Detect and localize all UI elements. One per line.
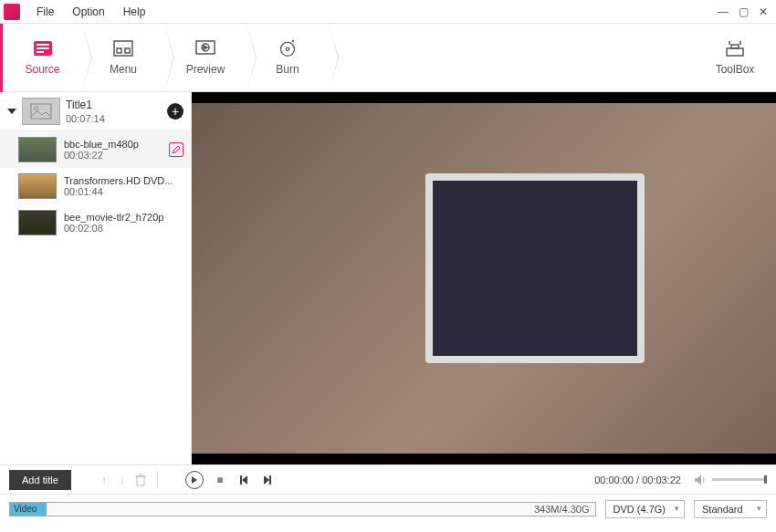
titlebar: File Option Help — ▢ ✕	[0, 0, 776, 24]
clip-name: bbc-blue_m480p	[64, 139, 162, 150]
maximize-button[interactable]: ▢	[734, 4, 752, 20]
quality-dropdown[interactable]: Standard	[694, 500, 767, 518]
title-duration: 00:07:14	[66, 113, 162, 124]
svg-rect-18	[137, 476, 144, 485]
minimize-button[interactable]: —	[714, 4, 732, 20]
clip-thumbnail	[18, 137, 57, 162]
main-area: Title1 00:07:14 + bbc-blue_m480p 00:03:2…	[0, 92, 776, 464]
tab-burn[interactable]: Burn	[246, 24, 329, 92]
burn-icon	[276, 39, 299, 57]
clip-duration: 00:03:22	[64, 150, 162, 161]
bottom-bar: Video 343M/4.30G DVD (4.7G) Standard	[0, 494, 776, 523]
control-bar: Add title ↑ ↓ ■ 00:00:00 / 00:03:22	[0, 464, 776, 494]
tab-preview-label: Preview	[186, 63, 225, 76]
svg-rect-5	[117, 48, 121, 53]
disc-usage-bar: Video 343M/4.30G	[9, 502, 596, 516]
tab-source-label: Source	[25, 63, 59, 76]
tab-source[interactable]: Source	[0, 24, 82, 92]
clip-row[interactable]: bbc-blue_m480p 00:03:22	[0, 131, 191, 168]
time-total: 00:03:22	[642, 475, 681, 485]
title-thumbnail	[22, 98, 60, 125]
preview-pane[interactable]	[192, 92, 776, 464]
caret-down-icon[interactable]	[7, 109, 16, 114]
clip-duration: 00:02:08	[64, 223, 184, 234]
time-current: 00:00:00	[594, 475, 634, 485]
app-logo	[4, 4, 20, 20]
svg-point-11	[286, 47, 288, 50]
edit-clip-button[interactable]	[169, 142, 184, 157]
stop-button[interactable]: ■	[213, 473, 227, 487]
clip-name: bee_movie-tlr2_h720p	[64, 212, 184, 223]
svg-rect-6	[125, 48, 130, 53]
next-button[interactable]	[260, 473, 275, 487]
svg-rect-16	[31, 104, 51, 119]
disc-usage-size: 343M/4.30G	[534, 504, 590, 515]
play-button[interactable]	[185, 471, 204, 489]
disc-type-dropdown[interactable]: DVD (4.7G)	[605, 500, 685, 518]
tab-toolbox[interactable]: ToolBox	[694, 24, 776, 92]
svg-rect-25	[269, 475, 271, 485]
clip-name: Transformers.HD DVD...	[64, 175, 184, 186]
tabbar: Source Menu Preview Burn ToolBox	[0, 24, 776, 92]
sidebar: Title1 00:07:14 + bbc-blue_m480p 00:03:2…	[0, 92, 192, 464]
clip-thumbnail	[18, 173, 57, 199]
svg-marker-24	[264, 475, 269, 485]
svg-point-10	[281, 42, 295, 56]
clip-info: bbc-blue_m480p 00:03:22	[64, 139, 162, 161]
source-icon	[31, 39, 55, 57]
time-display: 00:00:00 / 00:03:22	[594, 475, 681, 485]
tab-preview[interactable]: Preview	[164, 24, 246, 92]
svg-marker-21	[192, 476, 197, 484]
svg-point-17	[35, 107, 38, 110]
preview-icon	[194, 39, 217, 57]
svg-rect-13	[731, 45, 739, 48]
svg-rect-3	[37, 51, 44, 53]
clip-duration: 00:01:44	[64, 186, 184, 197]
add-clip-button[interactable]: +	[167, 103, 184, 120]
disc-usage-label: Video	[10, 503, 47, 516]
svg-marker-26	[695, 475, 701, 485]
clip-row[interactable]: bee_movie-tlr2_h720p 00:02:08	[0, 204, 191, 241]
tab-burn-label: Burn	[276, 63, 299, 76]
volume-icon[interactable]	[694, 473, 708, 487]
svg-rect-1	[37, 44, 49, 46]
menu-file[interactable]: File	[27, 2, 63, 22]
menu-option[interactable]: Option	[63, 2, 113, 22]
svg-rect-23	[240, 475, 242, 485]
preview-video-frame	[192, 103, 776, 454]
title-info: Title1 00:07:14	[66, 99, 162, 124]
clip-thumbnail	[18, 210, 57, 235]
clip-info: Transformers.HD DVD... 00:01:44	[64, 175, 184, 197]
svg-rect-12	[727, 48, 743, 56]
svg-marker-9	[204, 46, 207, 49]
move-up-button[interactable]: ↑	[97, 473, 111, 487]
svg-rect-2	[37, 47, 49, 49]
tab-menu[interactable]: Menu	[82, 24, 164, 92]
title-row[interactable]: Title1 00:07:14 +	[0, 92, 191, 131]
clip-info: bee_movie-tlr2_h720p 00:02:08	[64, 212, 184, 234]
svg-marker-22	[242, 475, 247, 485]
tab-menu-label: Menu	[110, 63, 137, 76]
window-controls: — ▢ ✕	[714, 4, 772, 20]
toolbox-icon	[723, 39, 747, 57]
volume-slider[interactable]	[712, 478, 767, 481]
clip-row[interactable]: Transformers.HD DVD... 00:01:44	[0, 168, 191, 204]
title-name: Title1	[66, 99, 162, 111]
delete-button[interactable]	[133, 473, 148, 487]
menu-icon	[111, 39, 135, 57]
add-title-button[interactable]: Add title	[9, 470, 71, 490]
tab-toolbox-label: ToolBox	[716, 63, 755, 76]
move-down-button[interactable]: ↓	[115, 473, 130, 487]
close-button[interactable]: ✕	[754, 4, 772, 20]
prev-button[interactable]	[236, 473, 251, 487]
menu-help[interactable]: Help	[114, 2, 155, 22]
playback-controls: ■	[185, 471, 275, 489]
